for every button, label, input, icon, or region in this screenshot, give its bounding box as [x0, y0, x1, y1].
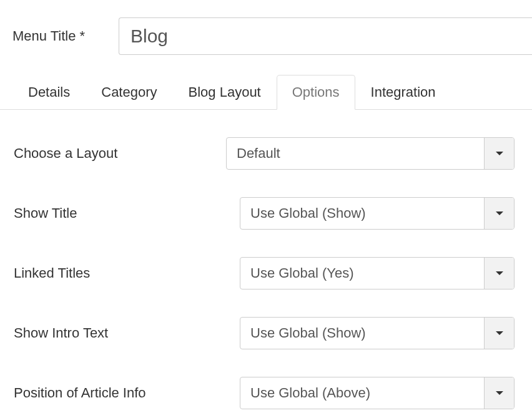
options-form: Choose a Layout Default Show Title Use G…	[0, 110, 532, 409]
select-arrow-show-title[interactable]	[484, 198, 514, 229]
row-position-article-info: Position of Article Info Use Global (Abo…	[14, 377, 516, 409]
caret-down-icon	[496, 331, 503, 335]
tab-details[interactable]: Details	[12, 75, 86, 109]
tab-category[interactable]: Category	[86, 75, 172, 109]
select-value-show-intro-text[interactable]: Use Global (Show)	[240, 318, 484, 349]
select-arrow-linked-titles[interactable]	[484, 258, 514, 289]
select-value-show-title[interactable]: Use Global (Show)	[240, 198, 484, 229]
caret-down-icon	[496, 152, 503, 155]
label-show-intro-text: Show Intro Text	[14, 325, 226, 341]
select-value-position-article-info[interactable]: Use Global (Above)	[240, 377, 484, 409]
caret-down-icon	[496, 391, 503, 395]
menu-title-label: Menu Title *	[12, 28, 119, 44]
row-linked-titles: Linked Titles Use Global (Yes)	[14, 257, 516, 289]
select-arrow-choose-layout[interactable]	[484, 138, 514, 169]
label-position-article-info: Position of Article Info	[14, 385, 226, 401]
row-choose-layout: Choose a Layout Default	[14, 137, 516, 170]
menu-title-input[interactable]	[119, 17, 532, 55]
tab-integration[interactable]: Integration	[355, 75, 451, 109]
label-show-title: Show Title	[14, 205, 226, 221]
select-show-intro-text[interactable]: Use Global (Show)	[240, 317, 515, 349]
select-show-title[interactable]: Use Global (Show)	[240, 197, 515, 230]
select-choose-layout[interactable]: Default	[226, 137, 515, 170]
tab-options[interactable]: Options	[277, 75, 355, 110]
caret-down-icon	[496, 271, 503, 275]
select-arrow-position-article-info[interactable]	[484, 377, 514, 409]
select-value-choose-layout[interactable]: Default	[227, 138, 484, 169]
label-linked-titles: Linked Titles	[14, 265, 226, 281]
tab-blog-layout[interactable]: Blog Layout	[173, 75, 277, 109]
select-position-article-info[interactable]: Use Global (Above)	[240, 377, 515, 409]
menu-title-row: Menu Title *	[0, 0, 532, 64]
label-choose-layout: Choose a Layout	[14, 145, 226, 162]
select-arrow-show-intro-text[interactable]	[484, 318, 514, 349]
form-container: Menu Title * Details Category Blog Layou…	[0, 0, 532, 409]
select-linked-titles[interactable]: Use Global (Yes)	[240, 257, 515, 289]
row-show-intro-text: Show Intro Text Use Global (Show)	[14, 317, 516, 349]
caret-down-icon	[496, 211, 503, 215]
select-value-linked-titles[interactable]: Use Global (Yes)	[240, 258, 484, 289]
row-show-title: Show Title Use Global (Show)	[14, 197, 516, 230]
tabs-bar: Details Category Blog Layout Options Int…	[0, 64, 532, 110]
